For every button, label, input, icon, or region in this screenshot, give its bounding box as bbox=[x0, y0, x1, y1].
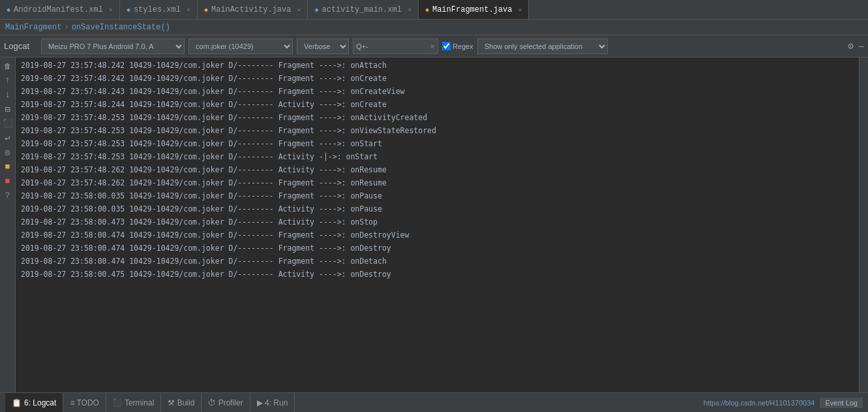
forward-icon[interactable]: ↩ bbox=[2, 132, 14, 144]
regex-checkbox[interactable] bbox=[442, 42, 451, 50]
log-entry: 2019-08-27 23:58:00.473 10429-10429/com.… bbox=[16, 215, 859, 229]
java-icon: ◆ bbox=[425, 6, 429, 14]
scroll-to-end-icon[interactable]: ↓ bbox=[2, 89, 14, 101]
package-select[interactable]: com.joker (10429) bbox=[188, 39, 293, 54]
red-stop-icon[interactable]: ■ bbox=[2, 175, 14, 187]
tab-main-fragment[interactable]: ◆ MainFragment.java ✕ bbox=[419, 0, 529, 19]
breadcrumb-separator: › bbox=[64, 23, 68, 32]
level-select[interactable]: Verbose bbox=[297, 39, 349, 54]
xml-icon: ◆ bbox=[127, 6, 130, 14]
camera-icon[interactable]: ◎ bbox=[2, 146, 14, 158]
java-icon: ◆ bbox=[204, 6, 208, 14]
settings-icon[interactable]: ⚙ bbox=[848, 40, 853, 52]
profiler-tab-label: ⏱ Profiler bbox=[208, 398, 243, 407]
tab-activity-main[interactable]: ◆ activity_main.xml ✕ bbox=[308, 0, 418, 19]
header-icons: ⚙ — bbox=[848, 40, 864, 52]
url-link[interactable]: https://blog.csdn.net/H1101370034 bbox=[704, 399, 815, 407]
event-log-button[interactable]: Event Log bbox=[820, 398, 863, 408]
search-box: ✕ bbox=[353, 39, 438, 54]
tab-android-manifest[interactable]: ◆ AndroidManifest.xml ✕ bbox=[0, 0, 120, 19]
breadcrumb: MainFragment › onSaveInstanceState() bbox=[0, 20, 868, 35]
bottom-bar: 📋 6: Logcat ≡ TODO ⬛ Terminal ⚒ Build ⏱ … bbox=[0, 392, 868, 412]
breadcrumb-part1[interactable]: MainFragment bbox=[5, 23, 61, 32]
logcat-tab-label: 6: Logcat bbox=[24, 398, 56, 407]
log-entry: 2019-08-27 23:57:48.242 10429-10429/com.… bbox=[16, 59, 859, 72]
logcat-sidebar: 🗑 ↑ ↓ ⊟ ⬛ ↩ ◎ ■ ■ ? bbox=[0, 57, 16, 392]
build-tab-label: ⚒ Build bbox=[168, 398, 194, 407]
bottom-right: https://blog.csdn.net/H1101370034 Event … bbox=[704, 398, 863, 408]
regex-label-text: Regex bbox=[453, 42, 473, 50]
minimize-icon[interactable]: — bbox=[859, 41, 864, 52]
close-icon[interactable]: ✕ bbox=[518, 6, 522, 14]
tab-label: MainFragment.java bbox=[432, 5, 512, 14]
print-icon[interactable]: ⬛ bbox=[2, 118, 14, 129]
device-select[interactable]: Meizu PRO 7 Plus Android 7.0, A bbox=[41, 39, 185, 54]
log-output-area[interactable]: 2019-08-27 23:57:48.242 10429-10429/com.… bbox=[16, 57, 859, 392]
logcat-title: Logcat bbox=[4, 41, 37, 51]
terminal-icon: ⬛ bbox=[113, 398, 122, 407]
log-entry: 2019-08-27 23:58:00.475 10429-10429/com.… bbox=[16, 268, 859, 281]
log-entry: 2019-08-27 23:57:48.243 10429-10429/com.… bbox=[16, 85, 859, 98]
bottom-tab-todo[interactable]: ≡ TODO bbox=[63, 393, 106, 413]
run-tab-label: ▶ 4: Run bbox=[257, 398, 288, 407]
filter-icon[interactable]: ⊟ bbox=[2, 103, 14, 115]
terminal-tab-label: Terminal bbox=[125, 398, 154, 407]
log-entry: 2019-08-27 23:58:00.474 10429-10429/com.… bbox=[16, 242, 859, 255]
bottom-tab-logcat[interactable]: 📋 6: Logcat bbox=[5, 393, 63, 413]
scroll-to-start-icon[interactable]: ↑ bbox=[2, 74, 14, 86]
log-entry: 2019-08-27 23:57:48.253 10429-10429/com.… bbox=[16, 124, 859, 137]
bottom-tab-build[interactable]: ⚒ Build bbox=[161, 393, 202, 413]
tab-main-activity[interactable]: ◆ MainActivity.java ✕ bbox=[198, 0, 308, 19]
log-entry: 2019-08-27 23:58:00.474 10429-10429/com.… bbox=[16, 229, 859, 242]
log-entry: 2019-08-27 23:57:48.253 10429-10429/com.… bbox=[16, 111, 859, 124]
clear-logcat-icon[interactable]: 🗑 bbox=[2, 60, 14, 72]
help-icon[interactable]: ? bbox=[2, 189, 14, 201]
logcat-tab-icon: 📋 bbox=[12, 398, 22, 407]
bottom-tabs: 📋 6: Logcat ≡ TODO ⬛ Terminal ⚒ Build ⏱ … bbox=[5, 393, 295, 413]
log-entry: 2019-08-27 23:57:48.253 10429-10429/com.… bbox=[16, 150, 859, 163]
todo-tab-label: ≡ TODO bbox=[70, 398, 99, 407]
tab-label: AndroidManifest.xml bbox=[14, 5, 103, 14]
tab-styles[interactable]: ◆ styles.xml ✕ bbox=[120, 0, 198, 19]
main-layout: 🗑 ↑ ↓ ⊟ ⬛ ↩ ◎ ■ ■ ? 2019-08-27 23:57:48.… bbox=[0, 57, 868, 392]
log-entry: 2019-08-27 23:58:00.035 10429-10429/com.… bbox=[16, 189, 859, 202]
yellow-record-icon[interactable]: ■ bbox=[2, 161, 14, 172]
log-entry: 2019-08-27 23:57:48.242 10429-10429/com.… bbox=[16, 72, 859, 85]
log-entry: 2019-08-27 23:58:00.474 10429-10429/com.… bbox=[16, 255, 859, 268]
logcat-toolbar: Logcat Meizu PRO 7 Plus Android 7.0, A c… bbox=[0, 35, 868, 57]
show-only-select[interactable]: Show only selected application bbox=[477, 39, 608, 54]
right-scroll-gutter bbox=[859, 57, 868, 392]
bottom-tab-run[interactable]: ▶ 4: Run bbox=[250, 393, 295, 413]
close-icon[interactable]: ✕ bbox=[187, 6, 190, 14]
tab-label: styles.xml bbox=[134, 5, 181, 14]
close-icon[interactable]: ✕ bbox=[297, 6, 301, 14]
close-icon[interactable]: ✕ bbox=[109, 6, 113, 14]
tab-bar: ◆ AndroidManifest.xml ✕ ◆ styles.xml ✕ ◆… bbox=[0, 0, 868, 20]
bottom-tab-terminal[interactable]: ⬛ Terminal bbox=[106, 393, 161, 413]
xml-icon: ◆ bbox=[314, 6, 318, 14]
tab-label: activity_main.xml bbox=[322, 5, 401, 14]
search-clear-icon[interactable]: ✕ bbox=[430, 41, 435, 52]
log-entry: 2019-08-27 23:57:48.244 10429-10429/com.… bbox=[16, 98, 859, 111]
close-icon[interactable]: ✕ bbox=[408, 6, 412, 14]
xml-icon: ◆ bbox=[7, 6, 10, 14]
search-input[interactable] bbox=[356, 42, 428, 50]
tab-label: MainActivity.java bbox=[211, 5, 291, 14]
log-entry: 2019-08-27 23:57:48.262 10429-10429/com.… bbox=[16, 176, 859, 189]
bottom-tab-profiler[interactable]: ⏱ Profiler bbox=[202, 393, 250, 413]
log-entry: 2019-08-27 23:58:00.035 10429-10429/com.… bbox=[16, 202, 859, 215]
log-entry: 2019-08-27 23:57:48.253 10429-10429/com.… bbox=[16, 137, 859, 150]
regex-checkbox-label[interactable]: Regex bbox=[442, 42, 473, 50]
breadcrumb-part2[interactable]: onSaveInstanceState() bbox=[72, 23, 170, 32]
log-entry: 2019-08-27 23:57:48.262 10429-10429/com.… bbox=[16, 163, 859, 176]
